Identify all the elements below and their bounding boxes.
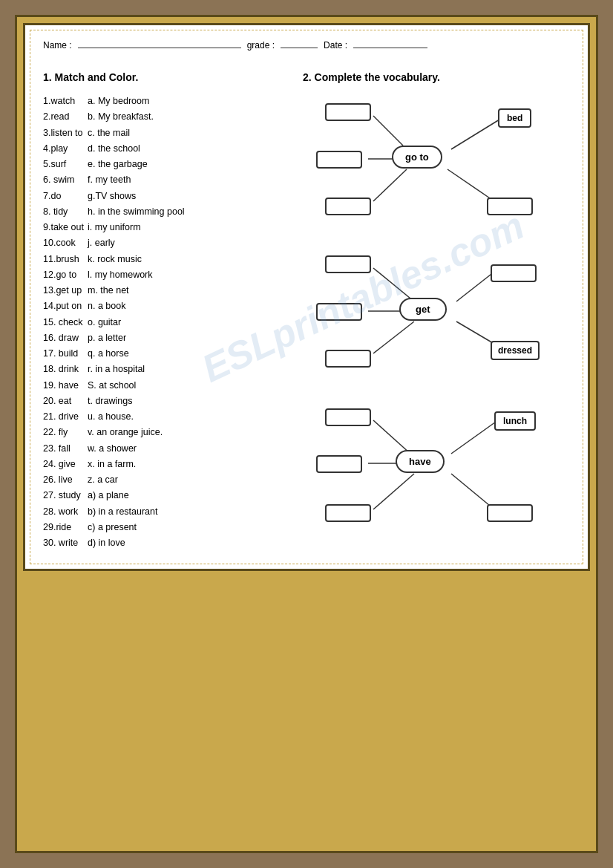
empty-box-have-1[interactable] <box>325 408 371 426</box>
empty-box-goto-3[interactable] <box>325 198 371 215</box>
vocab-num: 17. build <box>43 346 88 362</box>
svg-line-1 <box>373 116 403 146</box>
vocab-match: d) in love <box>88 535 125 551</box>
vocab-match: c. the mail <box>88 125 130 141</box>
svg-line-0 <box>451 120 499 149</box>
vocab-match: b. My breakfast. <box>88 109 154 125</box>
vocab-num: 27. study <box>43 488 88 503</box>
center-have: have <box>396 450 445 473</box>
empty-box-have-3[interactable] <box>325 504 371 522</box>
section1-title: 1. Match and Color. <box>43 71 288 83</box>
vocab-num: 12.go to <box>43 267 88 283</box>
vocab-match: a) a plane <box>88 488 129 503</box>
vocab-num: 1.watch <box>43 94 88 109</box>
vocab-num: 24. give <box>43 457 88 472</box>
vocab-num: 20. eat <box>43 394 88 409</box>
vocab-num: 15. check <box>43 315 88 330</box>
center-get: get <box>399 298 447 321</box>
vocab-match: h. in the swimming pool <box>88 204 185 220</box>
empty-box-get-4[interactable] <box>491 264 537 282</box>
vocab-item: 6. swimf. my teeth <box>43 172 288 188</box>
vocab-num: 9.take out <box>43 220 88 235</box>
vocab-num: 2.read <box>43 109 88 125</box>
vocab-num: 28. work <box>43 504 88 520</box>
empty-box-goto-4[interactable] <box>487 198 533 215</box>
svg-line-13 <box>373 474 414 509</box>
vocab-match: f. my teeth <box>88 172 131 188</box>
grade-label: grade : <box>247 40 275 50</box>
vocab-match: j. early <box>88 235 115 251</box>
vocab-num: 5.surf <box>43 157 88 172</box>
svg-line-10 <box>451 420 498 454</box>
vocab-item: 7.dog.TV shows <box>43 189 288 204</box>
section2-title: 2. Complete the vocabulary. <box>303 71 570 83</box>
vocab-num: 14.put on <box>43 298 88 314</box>
vocab-match: v. an orange juice. <box>88 425 163 440</box>
vocab-num: 29.ride <box>43 520 88 535</box>
vocab-item: 1.watcha. My bedroom <box>43 94 288 109</box>
vocab-match: w. a shower <box>88 441 137 457</box>
vocab-num: 22. fly <box>43 425 88 440</box>
vocab-num: 18. drink <box>43 362 88 377</box>
vocab-num: 4.play <box>43 141 88 157</box>
vocab-num: 13.get up <box>43 283 88 298</box>
vocab-item: 18. drinkr. in a hospital <box>43 362 288 377</box>
vocab-num: 26. live <box>43 472 88 488</box>
vocab-match: n. a book <box>88 298 125 314</box>
vocab-item: 5.surfe. the garbage <box>43 157 288 172</box>
vocab-match: t. drawings <box>88 394 132 409</box>
vocab-item: 15. checko. guitar <box>43 315 288 330</box>
mindmap-goto: go to bed <box>303 94 570 223</box>
vocab-item: 12.go tol. my homework <box>43 267 288 283</box>
vocab-item: 14.put onn. a book <box>43 298 288 314</box>
grade-line <box>281 48 318 48</box>
left-section: 1. Match and Color. 1.watcha. My bedroom… <box>43 71 288 551</box>
svg-line-11 <box>373 420 410 454</box>
vocab-num: 23. fall <box>43 441 88 457</box>
empty-box-goto-2[interactable] <box>316 151 362 169</box>
svg-line-4 <box>448 169 494 201</box>
date-line <box>353 48 427 48</box>
vocab-item: 10.cookj. early <box>43 235 288 251</box>
vocab-num: 8. tidy <box>43 204 88 220</box>
vocab-num: 7.do <box>43 189 88 204</box>
empty-box-have-2[interactable] <box>316 455 362 473</box>
vocab-item: 28. workb) in a restaurant <box>43 504 288 520</box>
vocab-item: 30. writed) in love <box>43 535 288 551</box>
vocab-item: 23. fallw. a shower <box>43 441 288 457</box>
header-row: Name : grade : Date : <box>43 40 570 53</box>
box-dressed: dressed <box>491 341 540 360</box>
vocab-item: 11.brushk. rock music <box>43 252 288 267</box>
vocab-num: 6. swim <box>43 172 88 188</box>
page-inner: ESLprintables.com Name : grade : Date : … <box>23 23 590 571</box>
vocab-match: S. at school <box>88 378 136 394</box>
vocab-match: p. a letter <box>88 330 126 346</box>
vocab-num: 3.listen to <box>43 125 88 141</box>
empty-box-get-2[interactable] <box>316 303 362 321</box>
empty-box-have-4[interactable] <box>487 504 533 522</box>
vocab-match: q. a horse <box>88 346 129 362</box>
vocab-match: m. the net <box>88 283 129 298</box>
vocab-item: 24. givex. in a farm. <box>43 457 288 472</box>
empty-box-get-1[interactable] <box>325 255 371 273</box>
empty-box-goto-1[interactable] <box>325 103 371 121</box>
empty-box-get-3[interactable] <box>325 350 371 368</box>
svg-line-5 <box>373 268 414 301</box>
name-line <box>78 48 241 48</box>
vocab-item: 27. studya) a plane <box>43 488 288 503</box>
vocab-item: 13.get upm. the net <box>43 283 288 298</box>
vocab-match: r. in a hospital <box>88 362 145 377</box>
vocab-match: i. my uniform <box>88 220 141 235</box>
vocab-match: o. guitar <box>88 315 121 330</box>
vocab-item: 9.take outi. my uniform <box>43 220 288 235</box>
vocab-item: 21. driveu. a house. <box>43 409 288 425</box>
vocab-num: 16. draw <box>43 330 88 346</box>
vocab-num: 21. drive <box>43 409 88 425</box>
svg-line-7 <box>373 322 414 353</box>
vocab-match: k. rock music <box>88 252 142 267</box>
vocab-item: 29.ridec) a present <box>43 520 288 535</box>
vocab-match: g.TV shows <box>88 189 136 204</box>
vocab-item: 19. haveS. at school <box>43 378 288 394</box>
vocab-item: 16. drawp. a letter <box>43 330 288 346</box>
vocab-num: 11.brush <box>43 252 88 267</box>
